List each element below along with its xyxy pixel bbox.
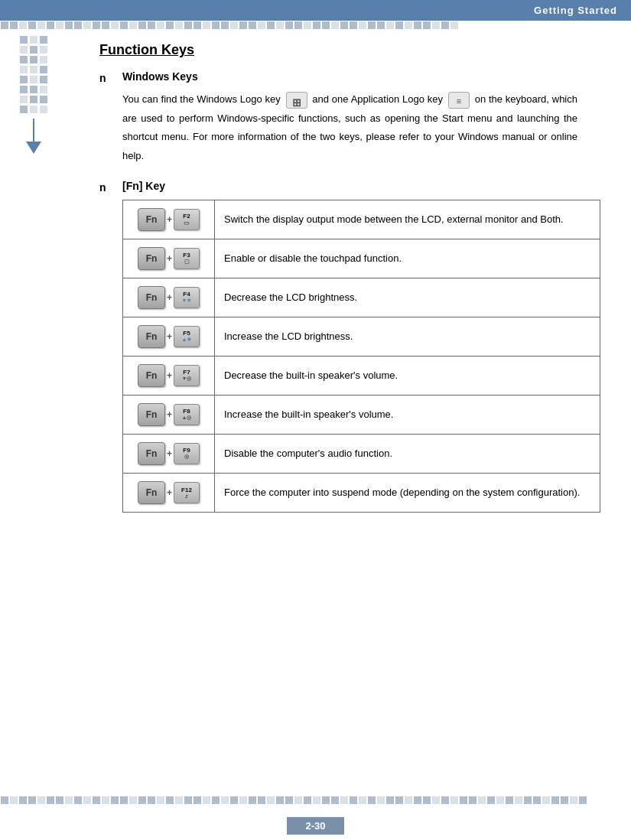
key-cell-f2: Fn + F2 ▭ xyxy=(123,200,215,239)
desc-f12: Force the computer into suspend mode (de… xyxy=(215,473,600,512)
app-logo-icon: ≡ xyxy=(448,92,470,109)
fn-key-f5: Fn xyxy=(138,325,165,348)
key-combo-f12: Fn + F12 z xyxy=(138,481,200,504)
key-cell-f5: Fn + F5 ▲☀ xyxy=(123,317,215,356)
table-row: Fn + F3 ▢ Enable or disable the touchpad… xyxy=(123,239,600,278)
desc-f4: Decrease the LCD brightness. xyxy=(215,278,600,317)
desc-f7: Decrease the built-in speaker's volume. xyxy=(215,356,600,395)
key-combo-f8: Fn + F8 ▲◎ xyxy=(138,403,200,426)
fn-key-f7: Fn xyxy=(138,364,165,387)
f7-key: F7 ▼◎ xyxy=(174,365,200,386)
table-row: Fn + F5 ▲☀ Increase the LCD brightness. xyxy=(123,317,600,356)
key-cell-f4: Fn + F4 ▼✶ xyxy=(123,278,215,317)
fn-key-f9: Fn xyxy=(138,442,165,465)
subsection-title-windows: Windows Keys xyxy=(122,70,198,83)
top-tile-strip xyxy=(0,21,631,34)
key-combo-f5: Fn + F5 ▲☀ xyxy=(138,325,200,348)
desc-f3: Enable or disable the touchpad function. xyxy=(215,239,600,278)
key-cell-f9: Fn + F9 ◎ xyxy=(123,434,215,473)
desc-f5: Increase the LCD brightness. xyxy=(215,317,600,356)
subsection-fn-key: n [Fn] Key Fn + F2 ▭ Switch the display xyxy=(99,180,577,513)
header-bar: Getting Started xyxy=(0,0,631,21)
desc-f2: Switch the display output mode between t… xyxy=(215,200,600,239)
desc-f8: Increase the built-in speaker's volume. xyxy=(215,395,600,434)
f2-key: F2 ▭ xyxy=(174,209,200,230)
table-row: Fn + F7 ▼◎ Decrease the built-in speaker… xyxy=(123,356,600,395)
table-row: Fn + F4 ▼✶ Decrease the LCD brightness. xyxy=(123,278,600,317)
f12-key: F12 z xyxy=(174,482,200,503)
fn-key-f4: Fn xyxy=(138,286,165,309)
key-cell-f12: Fn + F12 z xyxy=(123,473,215,512)
windows-logo-icon: ⊞ xyxy=(286,92,307,109)
f8-key: F8 ▲◎ xyxy=(174,404,200,425)
page-bar: 2-30 xyxy=(0,811,631,840)
subsection-title-fn: [Fn] Key xyxy=(122,180,165,192)
fn-key-f2: Fn xyxy=(138,208,165,231)
windows-keys-body: You can find the Windows Logo key ⊞ and … xyxy=(122,90,577,166)
header-title: Getting Started xyxy=(534,5,617,16)
key-cell-f7: Fn + F7 ▼◎ xyxy=(123,356,215,395)
bottom-tile-strip xyxy=(0,796,631,811)
key-combo-f3: Fn + F3 ▢ xyxy=(138,247,200,270)
f3-key: F3 ▢ xyxy=(174,248,200,269)
fn-key-table: Fn + F2 ▭ Switch the display output mode… xyxy=(122,200,600,513)
fn-key-f12: Fn xyxy=(138,481,165,504)
key-cell-f3: Fn + F3 ▢ xyxy=(123,239,215,278)
f4-key: F4 ▼✶ xyxy=(174,287,200,308)
page-number: 2-30 xyxy=(287,817,343,835)
fn-key-f3: Fn xyxy=(138,247,165,270)
key-combo-f4: Fn + F4 ▼✶ xyxy=(138,286,200,309)
bullet-fn: n xyxy=(99,181,122,194)
section-title: Function Keys xyxy=(99,42,577,58)
table-row: Fn + F9 ◎ Disable the computer's audio f… xyxy=(123,434,600,473)
key-combo-f2: Fn + F2 ▭ xyxy=(138,208,200,231)
key-combo-f9: Fn + F9 ◎ xyxy=(138,442,200,465)
f5-key: F5 ▲☀ xyxy=(174,326,200,347)
table-row: Fn + F2 ▭ Switch the display output mode… xyxy=(123,200,600,239)
key-combo-f7: Fn + F7 ▼◎ xyxy=(138,364,200,387)
table-row: Fn + F8 ▲◎ Increase the built-in speaker… xyxy=(123,395,600,434)
key-cell-f8: Fn + F8 ▲◎ xyxy=(123,395,215,434)
f9-key: F9 ◎ xyxy=(174,443,200,464)
desc-f9: Disable the computer's audio function. xyxy=(215,434,600,473)
fn-key-f8: Fn xyxy=(138,403,165,426)
bullet-windows: n xyxy=(99,72,122,84)
table-row: Fn + F12 z Force the computer into suspe… xyxy=(123,473,600,512)
subsection-windows-keys: n Windows Keys You can find the Windows … xyxy=(99,70,577,166)
main-content: Function Keys n Windows Keys You can fin… xyxy=(23,34,631,542)
